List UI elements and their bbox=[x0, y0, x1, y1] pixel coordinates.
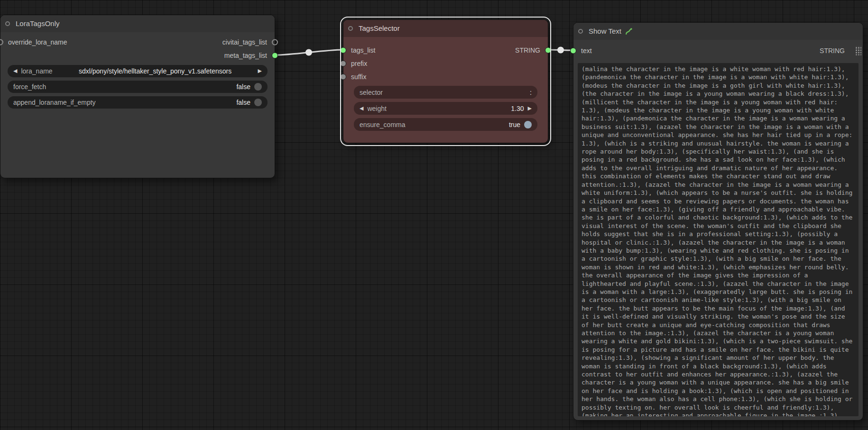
lora-name-combo[interactable]: ◀ lora_name sdxl/pony/style/helltaker_st… bbox=[8, 65, 268, 77]
toggle-knob-icon[interactable] bbox=[254, 83, 262, 91]
widget-value: true bbox=[509, 121, 520, 128]
widget-value: false bbox=[236, 83, 250, 91]
widget-label: force_fetch bbox=[13, 83, 46, 91]
input-label: text bbox=[581, 47, 592, 55]
input-label: override_lora_name bbox=[8, 38, 67, 46]
link-midpoint-dot[interactable] bbox=[305, 49, 312, 56]
input-dot-suffix[interactable] bbox=[340, 74, 346, 80]
node-title: LoraTagsOnly bbox=[16, 15, 60, 32]
input-label: tags_list bbox=[351, 46, 375, 54]
output-label: STRING bbox=[820, 47, 845, 55]
input-label: suffix bbox=[351, 73, 366, 81]
collapse-dot-icon[interactable] bbox=[578, 29, 583, 34]
node-tags-selector[interactable]: TagsSelector tags_list STRING prefix suf… bbox=[343, 19, 548, 143]
collapse-dot-icon[interactable] bbox=[5, 21, 10, 26]
input-label: prefix bbox=[351, 60, 367, 67]
link-midpoint-dot[interactable] bbox=[557, 47, 564, 54]
widget-value: false bbox=[236, 99, 250, 106]
node-title: Show Text bbox=[589, 23, 621, 40]
input-dot-prefix[interactable] bbox=[340, 61, 346, 67]
node-show-text[interactable]: Show Text text STRING (malina the charac… bbox=[573, 22, 863, 421]
selector-text-widget[interactable]: selector : bbox=[354, 86, 537, 99]
input-dot-tags-list[interactable] bbox=[340, 47, 346, 54]
node-graph-canvas[interactable]: LoraTagsOnly override_lora_name civitai_… bbox=[0, 0, 868, 430]
output-dot-civitai-tags-list[interactable] bbox=[272, 39, 278, 46]
widget-label: weight bbox=[367, 105, 386, 112]
widget-label: ensure_comma bbox=[360, 121, 406, 128]
output-label: civitai_tags_list bbox=[222, 38, 267, 46]
output-label: STRING bbox=[515, 46, 540, 54]
widget-value: 1.30 bbox=[511, 105, 524, 112]
toggle-knob-icon[interactable] bbox=[254, 99, 262, 106]
combo-right-arrow-icon[interactable]: ▶ bbox=[528, 102, 532, 115]
lizard-icon bbox=[625, 27, 633, 36]
show-text-output[interactable]: (malina the character in the image is a … bbox=[578, 63, 859, 416]
output-label: meta_tags_list bbox=[224, 52, 267, 59]
combo-left-arrow-icon[interactable]: ◀ bbox=[360, 102, 363, 115]
toggle-knob-icon[interactable] bbox=[524, 121, 532, 128]
input-dot-text[interactable] bbox=[570, 48, 576, 54]
widget-label: append_loraname_if_empty bbox=[13, 99, 96, 106]
combo-right-arrow-icon[interactable]: ▶ bbox=[258, 65, 262, 77]
collapse-dot-icon[interactable] bbox=[348, 26, 353, 31]
node-title-bar[interactable]: TagsSelector bbox=[343, 20, 548, 37]
weight-number-widget[interactable]: ◀ weight 1.30 ▶ bbox=[354, 102, 537, 115]
node-title-bar[interactable]: LoraTagsOnly bbox=[0, 15, 275, 32]
ensure-comma-toggle[interactable]: ensure_comma true bbox=[354, 118, 537, 131]
drag-handle-icon[interactable] bbox=[855, 46, 861, 55]
widget-label: lora_name bbox=[21, 67, 52, 75]
append-loraname-if-empty-toggle[interactable]: append_loraname_if_empty false bbox=[8, 96, 268, 109]
node-title-bar[interactable]: Show Text bbox=[573, 23, 863, 40]
force-fetch-toggle[interactable]: force_fetch false bbox=[8, 81, 268, 93]
output-dot-meta-tags-list[interactable] bbox=[272, 53, 278, 59]
widget-label: selector bbox=[360, 89, 383, 96]
combo-left-arrow-icon[interactable]: ◀ bbox=[13, 65, 17, 77]
widget-value: sdxl/pony/style/helltaker_style_pony_v1.… bbox=[56, 67, 254, 75]
node-lora-tags-only[interactable]: LoraTagsOnly override_lora_name civitai_… bbox=[0, 15, 275, 178]
node-title: TagsSelector bbox=[359, 20, 400, 37]
output-dot-string[interactable] bbox=[545, 47, 551, 54]
widget-value: : bbox=[530, 89, 532, 96]
input-dot-override-lora-name[interactable] bbox=[0, 39, 3, 46]
